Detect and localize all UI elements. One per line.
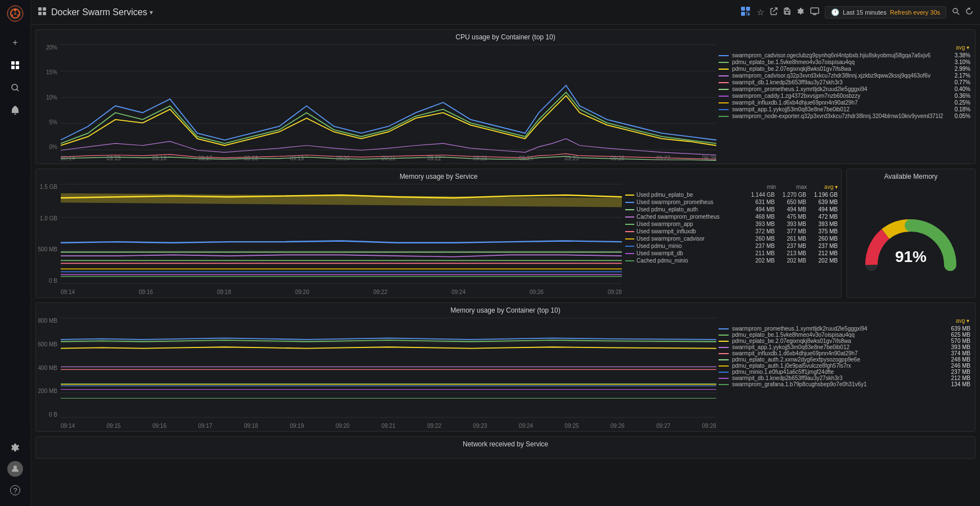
legend-value-2: 2.99% xyxy=(952,66,970,72)
sidebar-item-add[interactable]: + xyxy=(5,33,25,53)
mem-container-legend-item: pdmu_eplato_auth.1.j0e9pal5vulcze8fgh57l… xyxy=(719,363,970,369)
memory-service-legend-items: Used pdmu_eplato_be 1.144 GB 1.270 GB 1.… xyxy=(624,191,839,264)
svg-rect-13 xyxy=(43,7,46,11)
legend-color-3 xyxy=(719,75,729,76)
dashboard-title[interactable]: Docker Swarm Services ▾ xyxy=(51,7,153,17)
memory-service-chart: 1.5 GB 1.0 GB 500 MB 0 B xyxy=(36,182,622,297)
memory-service-legend: min max avg ▾ Used pdmu_eplato_be 1.144 … xyxy=(622,182,841,297)
topbar: Docker Swarm Services ▾ ☆ 🕐 Last 1 xyxy=(31,0,980,25)
mem-container-legend-item: pdmu_eplato_be.2.07egixnqkj8wks01gv7ifs8… xyxy=(719,338,970,344)
mem-container-legend-items: swarmprom_prometheus.1.xymrtljdk2ruud2le… xyxy=(719,326,970,387)
memory-container-svg xyxy=(61,318,716,427)
legend-color-0 xyxy=(719,55,729,56)
memory-service-svg xyxy=(61,184,622,297)
svg-line-10 xyxy=(17,89,19,92)
monitor-icon[interactable] xyxy=(810,7,819,17)
svg-line-25 xyxy=(958,13,960,15)
sidebar-item-dashboard[interactable] xyxy=(5,55,25,75)
legend-label-5: swarmprom_prometheus.1.xymrtljdk2ruud2le… xyxy=(732,86,949,92)
legend-value-0: 3.38% xyxy=(952,52,970,58)
memory-container-legend: avg ▾ swarmprom_prometheus.1.xymrtljdk2r… xyxy=(716,315,975,431)
legend-label-7: swarmpit_influxdb.1.d6xb4dhjue69pnn4n90a… xyxy=(732,100,949,106)
topbar-actions: ☆ 🕐 Last 15 minutes Refresh every 30s xyxy=(741,6,973,19)
sidebar-item-alerting[interactable] xyxy=(5,100,25,120)
sidebar-item-settings[interactable] xyxy=(5,437,25,458)
cpu-legend-item: swarmprom_cadvisor.ogeclubzg9pynhq6nl4nt… xyxy=(719,52,970,58)
search-icon[interactable] xyxy=(952,7,960,17)
mem-container-legend-item: pdmu_eplato_be.1.5vke8hmeo4v3o7oispisau4… xyxy=(719,332,970,338)
cpu-legend: avg ▾ swarmprom_cadvisor.ogeclubzg9pynhq… xyxy=(716,42,975,164)
svg-rect-7 xyxy=(11,66,15,69)
avatar[interactable] xyxy=(7,461,23,477)
svg-rect-23 xyxy=(811,8,819,13)
share-icon[interactable] xyxy=(770,7,778,17)
cpu-panel: CPU usage by Container (top 10) 20% 15% … xyxy=(35,29,976,164)
memory-service-legend-item: Used swarmprom_prometheus 631 MB 650 MB … xyxy=(624,198,839,206)
panel-add-icon[interactable] xyxy=(741,7,751,17)
cpu-legend-item: swarmprom_caddy.1.zg4372bxvsjpm7nzb60osb… xyxy=(719,93,970,99)
svg-rect-8 xyxy=(16,66,19,69)
mem-container-legend-item: swarmpit_influxdb.1.d6xb4dhjue69pnn4n90a… xyxy=(719,350,970,356)
memory-service-legend-item: Used pdmu_eplato_auth 494 MB 494 MB 494 … xyxy=(624,206,839,213)
mem-container-legend-item: swarmpit_app.1.yykojj53m0q83e8ne7be0ib01… xyxy=(719,344,970,350)
legend-label-9: swarmprom_node-exporter.q32p3xvrd3xkcu7z… xyxy=(732,113,949,119)
memory-row: Memory usage by Service 1.5 GB 1.0 GB 50… xyxy=(35,169,976,298)
cpu-avg-label[interactable]: avg ▾ xyxy=(956,44,969,51)
legend-label-0: swarmprom_cadvisor.ogeclubzg9pynhq6nl4nt… xyxy=(732,52,949,58)
cpu-y-axis: 20% 15% 10% 5% 0% xyxy=(36,44,60,150)
gauge-container: 91% xyxy=(847,182,975,297)
settings-icon[interactable] xyxy=(797,7,805,17)
mem-container-legend-item: swarmpit_db.1.knedp2b653ff9au3y27skh3r3 … xyxy=(719,375,970,381)
svg-rect-14 xyxy=(38,12,42,15)
mem-container-legend-item: swarmprom_grafana.1.b79p8cughsbep9o7e0h3… xyxy=(719,381,970,387)
title-chevron: ▾ xyxy=(150,8,153,16)
cpu-panel-title: CPU usage by Container (top 10) xyxy=(36,30,975,42)
svg-rect-15 xyxy=(43,12,46,15)
legend-color-4 xyxy=(719,82,729,83)
legend-color-2 xyxy=(719,69,729,70)
mem-container-avg-label[interactable]: avg ▾ xyxy=(956,318,969,324)
svg-text:91%: 91% xyxy=(895,248,927,265)
svg-point-3 xyxy=(12,15,13,16)
legend-label-1: pdmu_eplato_be.1.5vke8hmeo4v3o7oispisau4… xyxy=(732,59,949,65)
network-panel-title: Network received by Service xyxy=(36,437,975,449)
legend-value-7: 0.25% xyxy=(952,100,970,106)
time-range-picker[interactable]: 🕐 Last 15 minutes Refresh every 30s xyxy=(825,6,946,19)
legend-color-6 xyxy=(719,96,729,97)
refresh-icon[interactable] xyxy=(965,7,973,17)
sidebar-item-help[interactable]: ? xyxy=(5,480,25,500)
memory-service-legend-item: Used swarmprom_cadvisor 260 MB 261 MB 26… xyxy=(624,235,839,242)
network-panel: Network received by Service xyxy=(35,436,976,459)
star-icon[interactable]: ☆ xyxy=(757,7,764,17)
legend-value-3: 2.17% xyxy=(952,73,970,79)
memory-service-legend-item: Cached swarmprom_prometheus 468 MB 475 M… xyxy=(624,213,839,220)
svg-point-4 xyxy=(17,15,19,16)
svg-rect-18 xyxy=(741,12,745,16)
memory-service-legend-item: Used swarmpit_db 211 MB 213 MB 212 MB xyxy=(624,250,839,257)
cpu-x-axis: 09:14 09:15 09:16 09:17 09:18 09:19 09:2… xyxy=(61,155,716,161)
available-memory-title: Available Memory xyxy=(884,169,937,182)
mem-container-legend-item: pdmu_eplato_auth.2.xxnw2dyg6exfpysozogpp… xyxy=(719,356,970,363)
memory-container-chart: 800 MB 600 MB 400 MB 200 MB 0 B xyxy=(36,315,716,431)
svg-point-2 xyxy=(14,9,16,11)
save-icon[interactable] xyxy=(783,7,791,17)
svg-rect-21 xyxy=(785,11,789,14)
memory-container-x-axis: 09:14 09:15 09:16 09:17 09:18 09:19 09:2… xyxy=(61,423,716,429)
cpu-legend-item: pdmu_eplato_be.2.07egixnqkj8wks01gv7ifs8… xyxy=(719,66,970,72)
legend-label-3: swarmprom_cadvisor.q32p3xvrd3xkcu7zhdr38… xyxy=(732,73,949,79)
cpu-legend-item: swarmpit_influxdb.1.d6xb4dhjue69pnn4n90a… xyxy=(719,100,970,106)
memory-service-legend-item: Used pdmu_minio 237 MB 237 MB 237 MB xyxy=(624,242,839,250)
legend-label-8: swarmpit_app.1.yykojj53m0q83e8ne7be0ib01… xyxy=(732,106,949,112)
refresh-label: Refresh every 30s xyxy=(890,9,940,16)
mem-col-avg[interactable]: avg ▾ xyxy=(807,184,838,190)
legend-value-8: 0.18% xyxy=(952,106,970,112)
mem-container-legend-item: pdmu_minio.1.e0fup41a6c5ff1jmgf24dfte 23… xyxy=(719,369,970,375)
sidebar-item-explore[interactable] xyxy=(5,78,25,98)
grafana-logo xyxy=(6,4,24,22)
dashboard-content: CPU usage by Container (top 10) 20% 15% … xyxy=(31,25,980,506)
cpu-panel-body: 20% 15% 10% 5% 0% xyxy=(36,42,975,164)
svg-rect-5 xyxy=(11,61,15,65)
memory-container-title: Memory usage by Container (top 10) xyxy=(36,303,975,315)
memory-container-y-axis: 800 MB 600 MB 400 MB 200 MB 0 B xyxy=(36,318,60,418)
memory-y-axis: 1.5 GB 1.0 GB 500 MB 0 B xyxy=(36,184,60,284)
